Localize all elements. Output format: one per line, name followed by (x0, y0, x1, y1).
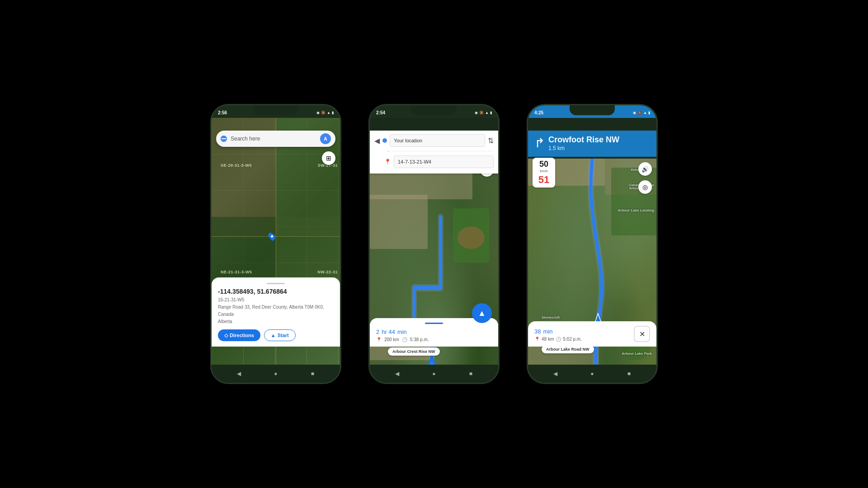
navigation-header-3: ↱ Crowfoot Rise NW 1.5 km (528, 131, 656, 157)
land-id-1: 16-21-31-W5 (218, 297, 334, 303)
start-navigation-button[interactable]: ▲ (472, 303, 492, 323)
notch-3 (570, 105, 615, 115)
back-nav-2[interactable]: ◀ (393, 369, 402, 378)
map-label-landing: Arbour Lake Landing (618, 208, 654, 212)
direction-inputs-2: ◀ Your location ⇅ ··· 📍 14-7-13-21-W4 (370, 131, 498, 174)
wifi-icon-2: ▲ (485, 111, 489, 115)
duration-mins: 44 (388, 328, 395, 335)
region-1: Alberta (218, 319, 334, 325)
recent-nav-2[interactable]: ■ (466, 369, 475, 378)
layers-icon: ⊞ (326, 155, 331, 162)
nav-min-label: min (543, 328, 552, 335)
notch-2 (411, 105, 457, 115)
route-eta: 5:38 p.m. (410, 337, 429, 342)
nav-distance: 48 km (542, 337, 554, 342)
phone-3: 4:25 ◉ 🔕 ▲ ▮ ↱ Crowfoot Rise NW 1.5 km (527, 104, 658, 384)
status-icons-2: ◉ 🔕 ▲ ▮ (475, 111, 492, 115)
silent-icon-2: 🔕 (479, 111, 484, 115)
road-horizontal (212, 236, 340, 237)
wifi-icon: ▲ (327, 111, 330, 115)
back-nav-1[interactable]: ◀ (235, 369, 244, 378)
parcel-label-1: SE-28-31-3-W5 (221, 163, 252, 168)
home-nav-1[interactable]: ● (271, 369, 280, 378)
speed-limit-value: 50 (534, 160, 553, 169)
turn-instruction: ↱ Crowfoot Rise NW 1.5 km (534, 135, 650, 151)
panel-handle-1 (267, 283, 285, 284)
time-1: 2:56 (218, 110, 227, 115)
battery-icon-3: ▮ (648, 111, 650, 115)
silent-icon: 🔕 (321, 111, 326, 115)
home-nav-3[interactable]: ● (588, 369, 597, 378)
map-label-stonecroft: Stonecroft (542, 315, 560, 319)
panel-buttons-1: ◇ Directions ▲ Start (218, 329, 334, 341)
address-1: Range Road 33, Red Deer County, Alberta … (218, 304, 334, 310)
nav-details-3: 📍 48 km 🕐 5:02 p.m. (534, 337, 582, 342)
to-pin-icon: 📍 (384, 159, 391, 165)
close-navigation-button[interactable]: ✕ (634, 326, 650, 342)
recent-nav-3[interactable]: ■ (624, 369, 633, 378)
start-icon: ▲ (271, 333, 276, 338)
divider-line (391, 151, 494, 151)
nav-pin-icon: 📍 (534, 337, 540, 342)
globe-icon (221, 136, 227, 142)
from-label: Your location (394, 135, 481, 146)
road-label-2: Arbour Crest Rise NW (388, 347, 440, 356)
map-label-arbour-park: Arbour Lake Park (622, 352, 652, 356)
speed-limit-box: 50 km/h 51 (533, 158, 555, 188)
close-icon: ✕ (639, 330, 645, 338)
start-button-1[interactable]: ▲ Start (264, 329, 296, 341)
status-icons-1: ◉ 🔕 ▲ ▮ (316, 111, 334, 115)
hr-label: hr (382, 328, 388, 335)
street-name-3: Crowfoot Rise NW (548, 135, 619, 145)
start-nav-icon: ▲ (478, 309, 486, 318)
layers-button-1[interactable]: ⊞ (322, 151, 335, 165)
min-label: min (397, 328, 407, 335)
route-info-2: 2 hr 44 min 📍 200 km 🕐 5:38 p.m. ▲ (370, 318, 498, 347)
phone-2: 2:54 ◉ 🔕 ▲ ▮ ◀ Your location ⇅ ··· (368, 104, 500, 384)
search-bar-1[interactable]: Search here A (216, 131, 335, 147)
notch-1 (253, 105, 298, 115)
address-country-1: Canada (218, 311, 334, 318)
dist-icon-2: 📍 (376, 337, 382, 342)
to-label: 14-7-13-21-W4 (398, 156, 490, 168)
volume-icon: 🔊 (642, 166, 649, 173)
location-icon-2: ◉ (475, 111, 478, 115)
nav-eta-time: 5:02 p.m. (563, 337, 582, 342)
turn-distance-3: 1.5 km (548, 145, 619, 151)
route-distance: 200 km (384, 337, 399, 342)
map-content-2: ◀ Your location ⇅ ··· 📍 14-7-13-21-W4 (370, 118, 498, 365)
silent-icon-3: 🔕 (637, 111, 642, 115)
parcel-label-4: NW-22-31 (317, 270, 338, 274)
swap-button[interactable]: ⇅ (488, 136, 494, 145)
battery-icon: ▮ (332, 111, 334, 115)
phone-1: 2:56 ◉ 🔕 ▲ ▮ SE-28-31-3-W5 SW-27-31 NE-2… (210, 104, 341, 384)
recent-nav-1[interactable]: ■ (308, 369, 317, 378)
directions-icon: ◇ (224, 333, 228, 338)
volume-button-3[interactable]: 🔊 (638, 162, 652, 176)
wifi-icon-3: ▲ (643, 111, 647, 115)
status-icons-3: ◉ 🔕 ▲ ▮ (633, 111, 650, 115)
from-input[interactable]: Your location (390, 134, 485, 147)
to-row: 📍 14-7-13-21-W4 (374, 155, 494, 168)
nav-bar-2: ◀ ● ■ (370, 365, 498, 383)
dots-divider: ··· (386, 149, 494, 154)
map-content-3: ↱ Crowfoot Rise NW 1.5 km Arbour Lake Ca… (528, 118, 656, 365)
battery-icon-2: ▮ (490, 111, 492, 115)
nav-eta-info: 38 min 📍 48 km 🕐 5:02 p.m. (534, 326, 582, 342)
nav-mins: 38 (534, 328, 541, 335)
directions-button-1[interactable]: ◇ Directions (218, 329, 260, 341)
back-nav-3[interactable]: ◀ (551, 369, 560, 378)
parcel-label-3: NE-21-31-3-W5 (221, 270, 252, 274)
current-speed-value: 51 (534, 174, 553, 186)
coordinates-1: -114.358493, 51.676864 (218, 288, 334, 295)
speed-unit-label: km/h (534, 169, 553, 173)
clock-icon-2: 🕐 (402, 337, 407, 342)
user-avatar-1[interactable]: A (320, 133, 331, 144)
compass-icon-3: ◎ (642, 183, 648, 191)
compass-button-3[interactable]: ◎ (638, 180, 652, 194)
from-row: ◀ Your location ⇅ (374, 134, 494, 147)
to-input[interactable]: 14-7-13-21-W4 (394, 155, 494, 168)
back-button-2[interactable]: ◀ (374, 136, 380, 145)
home-nav-2[interactable]: ● (429, 369, 439, 378)
dots: ··· (386, 149, 388, 154)
